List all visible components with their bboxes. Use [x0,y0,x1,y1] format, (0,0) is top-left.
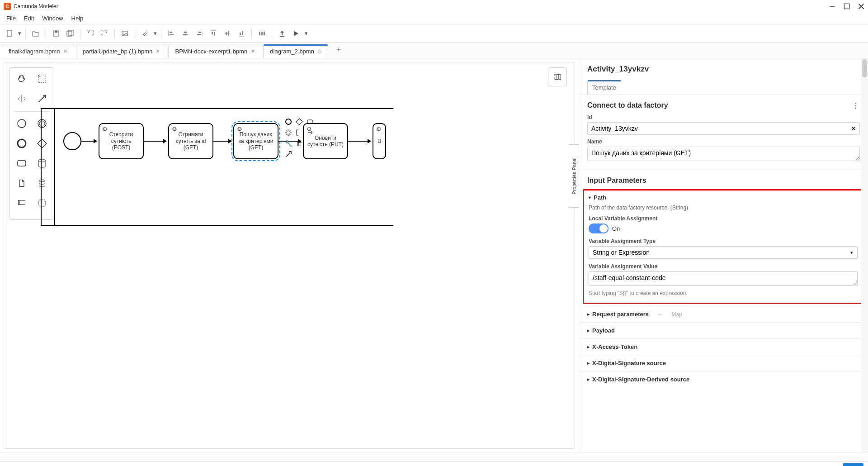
canvas-area[interactable]: ⚙Створити сутність (POST) ⚙Отримати сутн… [0,58,579,452]
maximize-button[interactable] [844,3,850,10]
task-get-by-id[interactable]: ⚙Отримати сутніть за id (GET) [168,123,213,159]
tab-label: BPMN-docx-excerpt1.bpmn [175,48,247,55]
task-icon[interactable] [14,156,29,171]
color-button[interactable] [138,27,152,40]
start-event-icon[interactable] [14,116,29,131]
x-digital-signature-source-collapsible[interactable]: ▸X-Digital-Signature source [579,355,868,371]
image-button[interactable] [118,27,132,40]
x-access-token-collapsible[interactable]: ▸X-Access-Token [579,338,868,355]
align-top-button[interactable] [207,27,220,40]
align-bottom-button[interactable] [235,27,248,40]
start-button[interactable] [289,27,303,40]
ctx-connect-icon[interactable] [284,150,293,159]
close-tab-icon[interactable]: × [251,48,255,55]
properties-panel-handle[interactable]: Properties Panel [569,144,579,208]
sequence-flow[interactable] [81,141,97,142]
menu-window[interactable]: Window [38,14,66,23]
hand-tool-icon[interactable] [14,71,29,86]
tab-finalkdiagram[interactable]: finalkdiagram.bpmn× [2,44,74,58]
new-file-dropdown[interactable]: ▾ [17,27,22,40]
clear-id-icon[interactable]: ✕ [851,125,856,132]
align-center-button[interactable] [179,27,192,40]
new-file-button[interactable] [3,27,16,40]
svg-point-38 [18,139,26,147]
task-create-post[interactable]: ⚙Створити сутність (POST) [99,123,144,159]
ctx-wrench-icon[interactable]: 🔧 [284,139,293,148]
ctx-gateway-icon[interactable] [295,117,304,126]
lasso-tool-icon[interactable] [35,71,49,86]
section-menu-icon[interactable]: ⋮ [852,101,860,110]
close-button[interactable] [858,3,864,10]
tab-partialupdate[interactable]: partialUpdate_bp (1).bpmn× [76,44,167,58]
minimize-button[interactable] [829,3,835,10]
connect-tool-icon[interactable] [35,91,49,106]
minimap-button[interactable] [548,67,567,86]
ctx-link-icon[interactable] [306,128,315,137]
svg-rect-22 [214,32,215,36]
task-partial[interactable]: ⚙В [373,123,386,159]
path-description: Path of the data factory resource. (Stri… [589,204,858,211]
template-tab[interactable]: Template [587,80,621,95]
add-tab-button[interactable]: + [330,42,348,58]
task-search-get[interactable]: ⚙Пошук даних за критеріями (GET) [233,123,278,159]
menu-file[interactable]: File [3,14,19,23]
gear-icon: ⚙ [172,126,177,133]
svg-rect-30 [261,32,263,35]
separator [46,29,46,38]
tab-diagram2[interactable]: diagram_2.bpmn [263,44,328,58]
request-parameters-collapsible[interactable]: ▸Request parameters ← Map [579,306,868,322]
tab-bpmn-excerpt[interactable]: BPMN-docx-excerpt1.bpmn× [168,44,261,58]
menu-edit[interactable]: Edit [20,14,38,23]
save-all-button[interactable] [63,27,77,40]
data-object-icon[interactable] [14,176,29,190]
gear-icon: ⚙ [376,126,382,133]
payload-collapsible[interactable]: ▸Payload [579,322,868,338]
ctx-end-event-icon[interactable] [284,117,293,126]
vat-label: Variable Assignment Type [589,238,858,244]
distribute-button[interactable] [255,27,269,40]
color-dropdown[interactable]: ▾ [152,27,158,40]
start-event[interactable] [63,132,81,150]
log-button[interactable]: Log [843,463,863,466]
space-tool-icon[interactable] [14,91,29,106]
input-parameters-heading: Input Parameters [587,176,860,185]
sequence-flow[interactable] [144,141,166,142]
ctx-task-icon[interactable] [306,117,315,126]
vertical-scrollbar[interactable] [861,58,868,452]
variable-type-select[interactable]: String or Expression [589,246,858,259]
undo-button[interactable] [84,27,97,40]
svg-rect-13 [170,34,174,35]
ctx-intermediate-event-icon[interactable] [284,128,293,137]
separator [114,29,115,38]
start-dropdown[interactable]: ▾ [303,27,309,40]
svg-rect-19 [197,34,201,35]
ctx-trash-icon[interactable]: 🗑 [295,139,304,148]
align-right-button[interactable] [193,27,206,40]
id-input[interactable] [587,122,860,135]
name-input[interactable]: Пошук даних за критеріями (GET) [587,147,860,161]
close-tab-icon[interactable]: × [156,48,160,55]
open-file-button[interactable] [29,27,42,40]
tab-label: finalkdiagram.bpmn [9,48,60,55]
deploy-button[interactable] [275,27,289,40]
scrollbar-thumb[interactable] [862,59,867,77]
align-middle-button[interactable] [221,27,234,40]
pool-icon[interactable] [14,196,29,210]
save-button[interactable] [49,27,63,40]
redo-button[interactable] [98,27,111,40]
sequence-flow[interactable] [213,141,231,142]
align-left-button[interactable] [165,27,178,40]
sequence-flow[interactable] [348,141,371,142]
variable-value-input[interactable]: /staff-equal-constant-code [589,271,858,286]
task-label: Створити сутність (POST) [101,131,141,151]
coll-label: X-Access-Token [592,343,637,350]
path-collapsible-header[interactable]: ▾ Path [589,194,858,201]
separator [272,29,272,38]
end-event-icon[interactable] [14,136,29,151]
local-variable-toggle[interactable] [589,223,609,233]
svg-rect-48 [307,120,313,124]
close-tab-icon[interactable]: × [63,48,67,55]
x-digital-signature-derived-source-collapsible[interactable]: ▸X-Digital-Signature-Derived source [579,371,868,387]
menu-help[interactable]: Help [68,14,87,23]
ctx-annotation-icon[interactable] [295,128,304,137]
